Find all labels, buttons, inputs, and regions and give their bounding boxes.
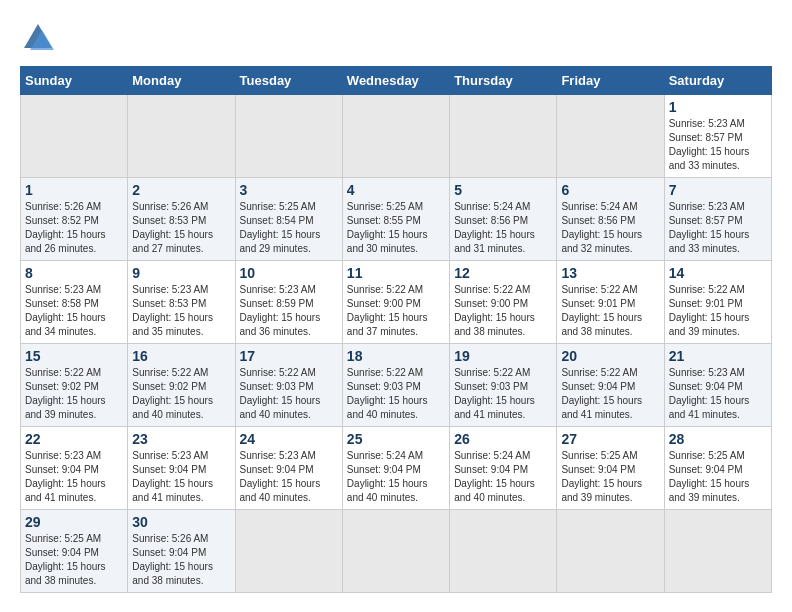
calendar-day-cell: 19 Sunrise: 5:22 AM Sunset: 9:03 PM Dayl… — [450, 344, 557, 427]
calendar-body: 1 Sunrise: 5:23 AM Sunset: 8:57 PM Dayli… — [21, 95, 772, 593]
daylight-text: Daylight: 15 hours and 26 minutes. — [25, 228, 123, 256]
day-info: Sunrise: 5:22 AM Sunset: 9:04 PM Dayligh… — [561, 366, 659, 422]
day-number: 13 — [561, 265, 659, 281]
sunset-text: Sunset: 9:04 PM — [454, 463, 552, 477]
sunrise-text: Sunrise: 5:24 AM — [347, 449, 445, 463]
day-info: Sunrise: 5:22 AM Sunset: 9:02 PM Dayligh… — [132, 366, 230, 422]
calendar-day-cell — [557, 95, 664, 178]
day-info: Sunrise: 5:22 AM Sunset: 9:03 PM Dayligh… — [240, 366, 338, 422]
daylight-text: Daylight: 15 hours and 39 minutes. — [669, 311, 767, 339]
sunset-text: Sunset: 9:01 PM — [669, 297, 767, 311]
sunset-text: Sunset: 9:04 PM — [240, 463, 338, 477]
day-number: 26 — [454, 431, 552, 447]
calendar-day-cell — [128, 95, 235, 178]
day-info: Sunrise: 5:23 AM Sunset: 8:57 PM Dayligh… — [669, 117, 767, 173]
calendar-day-cell: 28 Sunrise: 5:25 AM Sunset: 9:04 PM Dayl… — [664, 427, 771, 510]
sunrise-text: Sunrise: 5:24 AM — [454, 200, 552, 214]
day-info: Sunrise: 5:22 AM Sunset: 9:03 PM Dayligh… — [347, 366, 445, 422]
sunrise-text: Sunrise: 5:23 AM — [669, 117, 767, 131]
daylight-text: Daylight: 15 hours and 41 minutes. — [25, 477, 123, 505]
daylight-text: Daylight: 15 hours and 40 minutes. — [240, 394, 338, 422]
sunset-text: Sunset: 8:55 PM — [347, 214, 445, 228]
sunset-text: Sunset: 8:57 PM — [669, 131, 767, 145]
calendar-day-cell: 21 Sunrise: 5:23 AM Sunset: 9:04 PM Dayl… — [664, 344, 771, 427]
sunset-text: Sunset: 9:03 PM — [240, 380, 338, 394]
daylight-text: Daylight: 15 hours and 34 minutes. — [25, 311, 123, 339]
daylight-text: Daylight: 15 hours and 31 minutes. — [454, 228, 552, 256]
calendar-day-cell: 14 Sunrise: 5:22 AM Sunset: 9:01 PM Dayl… — [664, 261, 771, 344]
sunrise-text: Sunrise: 5:23 AM — [25, 283, 123, 297]
day-info: Sunrise: 5:22 AM Sunset: 9:03 PM Dayligh… — [454, 366, 552, 422]
calendar-day-cell — [450, 95, 557, 178]
day-number: 7 — [669, 182, 767, 198]
sunset-text: Sunset: 8:56 PM — [454, 214, 552, 228]
daylight-text: Daylight: 15 hours and 41 minutes. — [669, 394, 767, 422]
daylight-text: Daylight: 15 hours and 35 minutes. — [132, 311, 230, 339]
calendar-day-cell: 23 Sunrise: 5:23 AM Sunset: 9:04 PM Dayl… — [128, 427, 235, 510]
sunrise-text: Sunrise: 5:23 AM — [132, 283, 230, 297]
calendar-day-cell — [342, 510, 449, 593]
calendar-day-cell: 13 Sunrise: 5:22 AM Sunset: 9:01 PM Dayl… — [557, 261, 664, 344]
day-number: 6 — [561, 182, 659, 198]
day-info: Sunrise: 5:24 AM Sunset: 9:04 PM Dayligh… — [347, 449, 445, 505]
sunrise-text: Sunrise: 5:22 AM — [454, 366, 552, 380]
calendar-day-cell: 18 Sunrise: 5:22 AM Sunset: 9:03 PM Dayl… — [342, 344, 449, 427]
daylight-text: Daylight: 15 hours and 38 minutes. — [132, 560, 230, 588]
day-of-week-header: Tuesday — [235, 67, 342, 95]
sunset-text: Sunset: 9:04 PM — [347, 463, 445, 477]
calendar-table: SundayMondayTuesdayWednesdayThursdayFrid… — [20, 66, 772, 593]
daylight-text: Daylight: 15 hours and 38 minutes. — [25, 560, 123, 588]
page-header — [20, 20, 772, 56]
day-number: 9 — [132, 265, 230, 281]
sunset-text: Sunset: 8:58 PM — [25, 297, 123, 311]
sunrise-text: Sunrise: 5:22 AM — [669, 283, 767, 297]
daylight-text: Daylight: 15 hours and 40 minutes. — [347, 394, 445, 422]
sunrise-text: Sunrise: 5:25 AM — [669, 449, 767, 463]
daylight-text: Daylight: 15 hours and 39 minutes. — [669, 477, 767, 505]
day-number: 17 — [240, 348, 338, 364]
calendar-day-cell — [342, 95, 449, 178]
sunrise-text: Sunrise: 5:23 AM — [240, 283, 338, 297]
sunset-text: Sunset: 8:59 PM — [240, 297, 338, 311]
sunrise-text: Sunrise: 5:25 AM — [561, 449, 659, 463]
day-of-week-header: Friday — [557, 67, 664, 95]
calendar-day-cell: 25 Sunrise: 5:24 AM Sunset: 9:04 PM Dayl… — [342, 427, 449, 510]
calendar-day-cell: 26 Sunrise: 5:24 AM Sunset: 9:04 PM Dayl… — [450, 427, 557, 510]
sunrise-text: Sunrise: 5:23 AM — [669, 366, 767, 380]
calendar-day-cell: 8 Sunrise: 5:23 AM Sunset: 8:58 PM Dayli… — [21, 261, 128, 344]
day-info: Sunrise: 5:23 AM Sunset: 8:57 PM Dayligh… — [669, 200, 767, 256]
day-number: 27 — [561, 431, 659, 447]
calendar-week-row: 22 Sunrise: 5:23 AM Sunset: 9:04 PM Dayl… — [21, 427, 772, 510]
calendar-day-cell — [235, 510, 342, 593]
sunrise-text: Sunrise: 5:22 AM — [132, 366, 230, 380]
sunset-text: Sunset: 8:57 PM — [669, 214, 767, 228]
day-of-week-header: Sunday — [21, 67, 128, 95]
day-number: 14 — [669, 265, 767, 281]
sunset-text: Sunset: 8:53 PM — [132, 297, 230, 311]
calendar-day-cell: 10 Sunrise: 5:23 AM Sunset: 8:59 PM Dayl… — [235, 261, 342, 344]
sunset-text: Sunset: 9:04 PM — [561, 463, 659, 477]
calendar-day-cell: 7 Sunrise: 5:23 AM Sunset: 8:57 PM Dayli… — [664, 178, 771, 261]
sunrise-text: Sunrise: 5:25 AM — [347, 200, 445, 214]
sunrise-text: Sunrise: 5:22 AM — [561, 283, 659, 297]
calendar-header-row: SundayMondayTuesdayWednesdayThursdayFrid… — [21, 67, 772, 95]
day-info: Sunrise: 5:24 AM Sunset: 9:04 PM Dayligh… — [454, 449, 552, 505]
daylight-text: Daylight: 15 hours and 40 minutes. — [132, 394, 230, 422]
day-info: Sunrise: 5:22 AM Sunset: 9:00 PM Dayligh… — [454, 283, 552, 339]
day-info: Sunrise: 5:24 AM Sunset: 8:56 PM Dayligh… — [561, 200, 659, 256]
calendar-day-cell: 9 Sunrise: 5:23 AM Sunset: 8:53 PM Dayli… — [128, 261, 235, 344]
day-info: Sunrise: 5:23 AM Sunset: 8:58 PM Dayligh… — [25, 283, 123, 339]
calendar-day-cell: 1 Sunrise: 5:26 AM Sunset: 8:52 PM Dayli… — [21, 178, 128, 261]
daylight-text: Daylight: 15 hours and 30 minutes. — [347, 228, 445, 256]
sunrise-text: Sunrise: 5:23 AM — [669, 200, 767, 214]
calendar-day-cell: 17 Sunrise: 5:22 AM Sunset: 9:03 PM Dayl… — [235, 344, 342, 427]
calendar-week-row: 8 Sunrise: 5:23 AM Sunset: 8:58 PM Dayli… — [21, 261, 772, 344]
day-info: Sunrise: 5:23 AM Sunset: 8:59 PM Dayligh… — [240, 283, 338, 339]
day-info: Sunrise: 5:23 AM Sunset: 9:04 PM Dayligh… — [669, 366, 767, 422]
calendar-day-cell: 5 Sunrise: 5:24 AM Sunset: 8:56 PM Dayli… — [450, 178, 557, 261]
daylight-text: Daylight: 15 hours and 41 minutes. — [132, 477, 230, 505]
day-info: Sunrise: 5:25 AM Sunset: 8:55 PM Dayligh… — [347, 200, 445, 256]
day-number: 5 — [454, 182, 552, 198]
sunrise-text: Sunrise: 5:23 AM — [25, 449, 123, 463]
day-of-week-header: Monday — [128, 67, 235, 95]
